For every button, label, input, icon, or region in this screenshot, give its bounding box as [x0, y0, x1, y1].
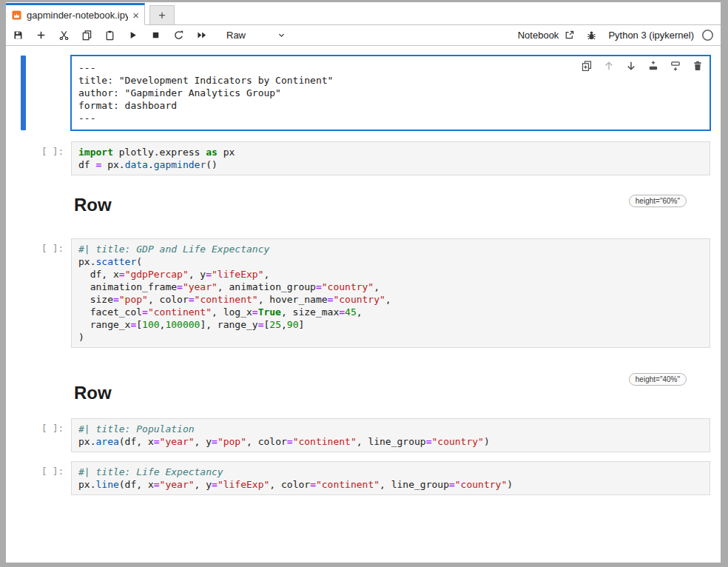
- kernel-name: Python 3 (ipykernel): [608, 30, 694, 41]
- code-line: ---: [78, 112, 703, 124]
- tab-gapminder-notebook[interactable]: gapminder-notebook.ipynb ×: [6, 3, 145, 25]
- code-line: animation_frame="year", animation_group=…: [78, 281, 703, 293]
- run-cell-icon[interactable]: [127, 27, 150, 44]
- duplicate-cell-icon[interactable]: [581, 60, 593, 72]
- cell-collapser[interactable]: [21, 383, 26, 403]
- code-line: #| title: Population: [78, 423, 703, 435]
- cell-editor[interactable]: import plotly.express as pxdf = px.data.…: [71, 141, 710, 175]
- move-cell-up-icon: [603, 60, 615, 72]
- code-line: size="pop", color="continent", hover_nam…: [78, 293, 703, 306]
- debugger-bug-icon[interactable]: [586, 30, 597, 41]
- cell-main: Rowheight="40%": [71, 383, 710, 403]
- add-cell-icon[interactable]: [36, 27, 58, 44]
- cell-editor[interactable]: #| title: Life Expectancypx.line(df, x="…: [71, 461, 710, 495]
- kernel-status-icon: [701, 29, 714, 41]
- code-cell[interactable]: [ ]:#| title: Life Expectancypx.line(df,…: [6, 461, 721, 495]
- chevron-down-icon: [277, 30, 286, 40]
- delete-cell-icon[interactable]: [692, 60, 704, 72]
- cell-collapser[interactable]: [21, 195, 26, 215]
- toolbar-right: Notebook Python 3 (ipykernel): [518, 29, 714, 41]
- new-tab-button[interactable]: +: [149, 5, 175, 24]
- execution-prompt: [26, 195, 71, 215]
- cell-main: Rowheight="60%": [71, 195, 710, 215]
- paste-cells-icon[interactable]: [104, 27, 127, 44]
- restart-kernel-icon[interactable]: [173, 27, 196, 44]
- markdown-cell[interactable]: Rowheight="60%": [6, 195, 721, 215]
- tab-bar: gapminder-notebook.ipynb × +: [6, 2, 721, 25]
- cell-collapser[interactable]: [21, 238, 26, 348]
- code-line: import plotly.express as px: [78, 146, 703, 158]
- restart-run-all-icon[interactable]: [196, 27, 219, 44]
- code-line: author: "Gapminder Analytics Group": [78, 87, 703, 99]
- code-line: facet_col="continent", log_x=True, size_…: [78, 306, 703, 318]
- cell-collapser[interactable]: [21, 141, 26, 175]
- code-line: px.line(df, x="year", y="lifeExp", color…: [78, 478, 703, 491]
- raw-cell[interactable]: ---title: "Development Indicators by Con…: [6, 56, 721, 130]
- insert-cell-below-icon[interactable]: [670, 60, 681, 72]
- code-line: #| title: GDP and Life Expectancy: [78, 243, 703, 255]
- code-line: title: "Development Indicators by Contin…: [78, 74, 703, 87]
- cell-editor[interactable]: #| title: GDP and Life Expectancypx.scat…: [71, 238, 710, 348]
- code-line: df, x="gdpPercap", y="lifeExp",: [78, 268, 703, 281]
- code-cell[interactable]: [ ]:#| title: Populationpx.area(df, x="y…: [6, 418, 721, 452]
- save-icon[interactable]: [13, 27, 36, 44]
- kernel-selector[interactable]: Python 3 (ipykernel): [608, 29, 714, 41]
- code-line: ): [78, 331, 703, 343]
- execution-prompt: [26, 383, 71, 403]
- notebook-toolbar: Raw Notebook Python 3 (ipykernel): [6, 25, 721, 46]
- cell-main: #| title: GDP and Life Expectancypx.scat…: [71, 238, 710, 348]
- execution-prompt: [ ]:: [26, 461, 71, 495]
- cell-main: import plotly.express as pxdf = px.data.…: [71, 141, 710, 175]
- toolbar-left-icons: [13, 27, 219, 44]
- code-cell[interactable]: [ ]:#| title: GDP and Life Expectancypx.…: [6, 238, 721, 348]
- cell-attribute-badge: height="40%": [629, 373, 687, 386]
- copy-cells-icon[interactable]: [81, 27, 104, 44]
- execution-prompt: [ ]:: [26, 418, 71, 452]
- stop-kernel-icon[interactable]: [150, 27, 173, 44]
- code-line: range_x=[100,100000], range_y=[25,90]: [78, 318, 703, 331]
- cell-type-dropdown[interactable]: Raw: [226, 30, 286, 41]
- move-cell-down-icon[interactable]: [625, 60, 637, 72]
- markdown-cell[interactable]: Rowheight="40%": [6, 383, 721, 403]
- cell-main: ---title: "Development Indicators by Con…: [71, 56, 710, 130]
- open-in-notebook-button[interactable]: Notebook: [518, 30, 576, 41]
- cell-collapser[interactable]: [21, 56, 26, 130]
- cell-type-value: Raw: [226, 30, 246, 41]
- cell-collapser[interactable]: [21, 418, 26, 452]
- cell-toolbar: [581, 60, 704, 72]
- execution-prompt: [26, 56, 71, 130]
- code-cell[interactable]: [ ]:import plotly.express as pxdf = px.d…: [6, 141, 721, 175]
- notebook-label: Notebook: [518, 30, 559, 41]
- code-line: df = px.data.gapminder(): [78, 158, 703, 171]
- execution-prompt: [ ]:: [26, 141, 71, 175]
- execution-prompt: [ ]:: [26, 238, 71, 348]
- code-line: format: dashboard: [78, 99, 703, 112]
- cell-main: #| title: Populationpx.area(df, x="year"…: [71, 418, 710, 452]
- notebook-cells: ---title: "Development Indicators by Con…: [6, 56, 721, 495]
- insert-cell-above-icon[interactable]: [647, 60, 659, 72]
- markdown-heading: Row: [71, 383, 710, 403]
- markdown-heading: Row: [71, 195, 710, 215]
- code-line: px.area(df, x="year", y="pop", color="co…: [78, 435, 703, 448]
- external-link-icon: [564, 30, 575, 41]
- cell-collapser[interactable]: [21, 461, 26, 495]
- notebook-content-area[interactable]: ---title: "Development Indicators by Con…: [6, 46, 721, 563]
- cell-attribute-badge: height="60%": [629, 195, 687, 207]
- code-line: #| title: Life Expectancy: [78, 466, 703, 478]
- code-line: px.scatter(: [78, 255, 703, 268]
- cell-main: #| title: Life Expectancypx.line(df, x="…: [71, 461, 710, 495]
- notebook-file-icon: [11, 10, 22, 21]
- cut-cells-icon[interactable]: [58, 27, 81, 44]
- close-tab-icon[interactable]: ×: [132, 10, 139, 21]
- tab-title: gapminder-notebook.ipynb: [27, 10, 128, 21]
- cell-editor[interactable]: #| title: Populationpx.area(df, x="year"…: [71, 418, 710, 452]
- jupyterlab-window: gapminder-notebook.ipynb × + Raw Noteboo…: [6, 2, 721, 563]
- cell-editor[interactable]: ---title: "Development Indicators by Con…: [71, 56, 710, 130]
